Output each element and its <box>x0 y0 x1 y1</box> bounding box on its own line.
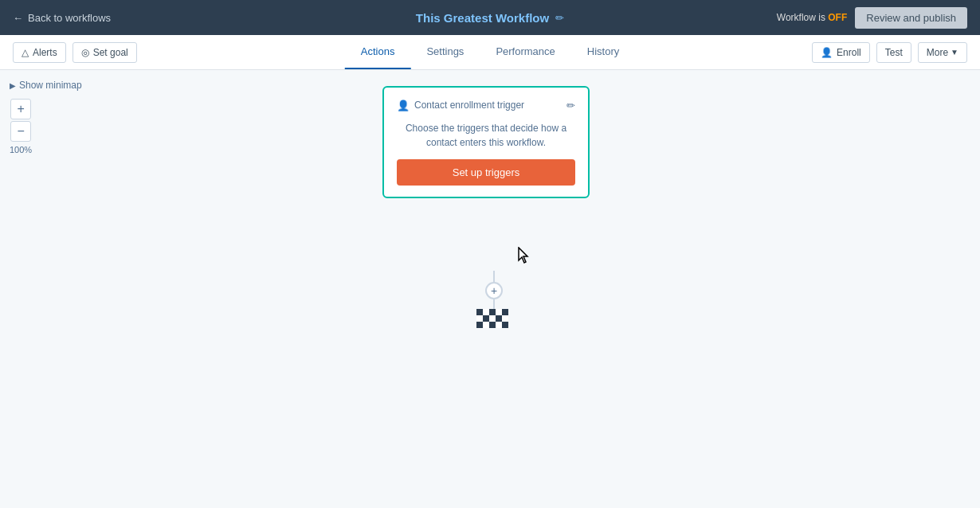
check-cell <box>489 315 496 322</box>
check-cell <box>496 309 502 315</box>
review-and-publish-button[interactable]: Review and publish <box>855 7 967 29</box>
workflow-canvas: ▶ Show minimap + − 100% 👤 Contact enroll… <box>0 70 980 508</box>
action-bar-left: △ Alerts ◎ Set goal <box>13 42 137 63</box>
zoom-controls: + − 100% <box>10 99 32 154</box>
card-body: Choose the triggers that decide how a co… <box>397 121 575 150</box>
back-label: Back to workflows <box>28 12 111 24</box>
card-header: 👤 Contact enrollment trigger ✏ <box>397 99 575 111</box>
workflow-status: Workflow is OFF <box>777 12 847 23</box>
tab-actions[interactable]: Actions <box>345 35 411 69</box>
connector-line-top <box>493 271 495 282</box>
connector: + <box>485 271 503 311</box>
check-cell <box>483 315 489 322</box>
check-cell <box>476 309 483 315</box>
zoom-level-label: 100% <box>10 145 32 154</box>
top-bar-right: Workflow is OFF Review and publish <box>777 7 967 29</box>
back-arrow-icon: ← <box>13 12 23 24</box>
mouse-cursor <box>518 247 531 264</box>
trigger-card: 👤 Contact enrollment trigger ✏ Choose th… <box>382 86 590 198</box>
enroll-icon: 👤 <box>821 47 833 58</box>
minimap-toggle[interactable]: ▶ Show minimap <box>10 80 82 91</box>
card-body-text: Choose the triggers that decide how a co… <box>397 121 575 150</box>
check-cell <box>496 322 502 328</box>
end-flag <box>476 309 508 328</box>
set-goal-button[interactable]: ◎ Set goal <box>73 42 137 63</box>
action-bar-right: 👤 Enroll Test More ▼ <box>812 42 967 63</box>
zoom-out-button[interactable]: − <box>10 121 31 142</box>
goal-icon: ◎ <box>81 47 89 58</box>
edit-title-icon[interactable]: ✏ <box>555 12 564 24</box>
more-button[interactable]: More ▼ <box>918 42 967 63</box>
tab-settings[interactable]: Settings <box>410 35 480 69</box>
zoom-in-button[interactable]: + <box>10 99 31 119</box>
minimap-chevron-icon: ▶ <box>10 81 16 90</box>
check-cell <box>502 309 508 315</box>
card-title: Contact enrollment trigger <box>414 100 524 111</box>
check-cell <box>476 322 483 328</box>
workflow-title-area: This Greatest Workflow ✏ <box>416 11 564 25</box>
card-header-left: 👤 Contact enrollment trigger <box>397 100 524 111</box>
more-dropdown-arrow-icon: ▼ <box>951 48 958 57</box>
contact-icon: 👤 <box>397 100 410 111</box>
top-bar: ← Back to workflows This Greatest Workfl… <box>0 0 980 35</box>
tab-history[interactable]: History <box>571 35 635 69</box>
set-up-triggers-button[interactable]: Set up triggers <box>397 159 575 186</box>
tabs: Actions Settings Performance History <box>345 35 636 69</box>
edit-card-icon[interactable]: ✏ <box>566 100 575 111</box>
check-cell <box>476 315 483 322</box>
add-action-button[interactable]: + <box>485 282 503 299</box>
checkered-pattern <box>476 309 508 328</box>
enroll-button[interactable]: 👤 Enroll <box>812 42 870 63</box>
card-header-right[interactable]: ✏ <box>566 99 575 111</box>
check-cell <box>502 315 508 322</box>
workflow-title: This Greatest Workflow <box>416 11 549 25</box>
alerts-button[interactable]: △ Alerts <box>13 42 66 63</box>
check-cell <box>502 322 508 328</box>
action-bar: △ Alerts ◎ Set goal Actions Settings Per… <box>0 35 980 70</box>
minimap-label: Show minimap <box>19 80 82 91</box>
test-button[interactable]: Test <box>876 42 911 63</box>
check-cell <box>489 322 496 328</box>
back-to-workflows-button[interactable]: ← Back to workflows <box>13 12 111 24</box>
check-cell <box>489 309 496 315</box>
check-cell <box>483 322 489 328</box>
check-cell <box>496 315 502 322</box>
check-cell <box>483 309 489 315</box>
alert-icon: △ <box>22 47 29 58</box>
tab-performance[interactable]: Performance <box>480 35 570 69</box>
